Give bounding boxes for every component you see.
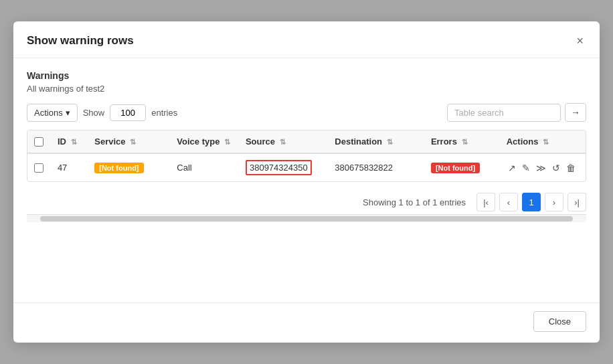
pagination-row: Showing 1 to 1 of 1 entries |‹ ‹ 1 › ›| — [27, 189, 586, 214]
actions-sort-icon: ⇅ — [543, 138, 549, 147]
modal-title: Show warning rows — [27, 34, 134, 48]
th-errors[interactable]: Errors ⇅ — [424, 130, 500, 153]
service-badge: [Not found] — [94, 163, 143, 173]
td-service: [Not found] — [88, 153, 170, 181]
td-source: 380974324350 — [239, 153, 328, 181]
prev-page-button[interactable]: ‹ — [499, 193, 518, 211]
section-title: Warnings — [27, 70, 586, 81]
modal-footer: Close — [13, 302, 600, 343]
source-sort-icon: ⇅ — [280, 138, 286, 147]
first-page-icon: |‹ — [483, 197, 489, 207]
service-sort-icon: ⇅ — [130, 138, 136, 147]
td-checkbox — [27, 153, 51, 181]
toolbar-right: → — [447, 103, 586, 122]
export-icon: → — [571, 107, 580, 118]
table-row: 47 [Not found] Call 380974324350 — [27, 153, 586, 181]
th-voice-type[interactable]: Voice type ⇅ — [170, 130, 239, 153]
row-checkbox[interactable] — [34, 163, 43, 173]
edit-button[interactable]: ✎ — [521, 161, 531, 175]
row-id: 47 — [58, 163, 67, 173]
modal-close-button[interactable]: × — [574, 33, 586, 48]
scrollbar-thumb[interactable] — [40, 216, 573, 221]
horizontal-scrollbar[interactable] — [27, 214, 586, 222]
source-value: 380974324350 — [246, 160, 312, 175]
td-destination: 380675832822 — [328, 153, 424, 181]
current-page-button[interactable]: 1 — [522, 193, 541, 211]
first-page-button[interactable]: |‹ — [476, 193, 495, 211]
id-sort-icon: ⇅ — [71, 138, 77, 147]
show-label: Show — [83, 108, 105, 118]
warnings-table: ID ⇅ Service ⇅ Voice type ⇅ — [27, 130, 586, 181]
td-errors: [Not found] — [424, 153, 500, 181]
td-actions: ↗ ✎ ≫ ↺ 🗑 — [500, 153, 586, 181]
modal-overlay: Show warning rows × Warnings All warning… — [0, 0, 613, 364]
modal: Show warning rows × Warnings All warning… — [13, 21, 600, 343]
close-button[interactable]: Close — [533, 311, 586, 332]
next-page-icon: › — [553, 197, 555, 207]
th-id[interactable]: ID ⇅ — [51, 130, 88, 153]
table-header-row: ID ⇅ Service ⇅ Voice type ⇅ — [27, 130, 586, 153]
th-service[interactable]: Service ⇅ — [88, 130, 170, 153]
search-input[interactable] — [447, 104, 561, 122]
pagination-info: Showing 1 to 1 of 1 entries — [363, 197, 466, 207]
destination-sort-icon: ⇅ — [387, 138, 393, 147]
th-source[interactable]: Source ⇅ — [239, 130, 328, 153]
actions-label: Actions — [34, 108, 63, 118]
errors-sort-icon: ⇅ — [462, 138, 468, 147]
last-page-button[interactable]: ›| — [567, 193, 586, 211]
refresh-button[interactable]: ↺ — [551, 161, 561, 175]
voice-sort-icon: ⇅ — [224, 138, 230, 147]
modal-body: Warnings All warnings of test2 Actions ▾… — [13, 58, 600, 302]
last-page-icon: ›| — [574, 197, 580, 207]
prev-page-icon: ‹ — [507, 197, 510, 207]
delete-button[interactable]: 🗑 — [565, 161, 577, 175]
open-button[interactable]: ↗ — [507, 161, 517, 175]
entries-label: entries — [151, 108, 177, 118]
chevron-down-icon: ▾ — [66, 108, 70, 118]
td-voice-type: Call — [170, 153, 239, 181]
row-voice-type: Call — [177, 163, 191, 173]
next-page-button[interactable]: › — [545, 193, 563, 211]
toolbar-left: Actions ▾ Show entries — [27, 104, 177, 122]
forward-button[interactable]: ≫ — [535, 161, 547, 175]
toolbar: Actions ▾ Show entries → — [27, 103, 586, 122]
table-wrap: ID ⇅ Service ⇅ Voice type ⇅ — [27, 130, 586, 182]
row-destination: 380675832822 — [335, 163, 393, 173]
section-subtitle: All warnings of test2 — [27, 84, 586, 94]
entries-input[interactable] — [110, 104, 146, 121]
td-id: 47 — [51, 153, 88, 181]
th-checkbox — [27, 130, 51, 153]
row-actions: ↗ ✎ ≫ ↺ 🗑 — [507, 161, 579, 175]
actions-button[interactable]: Actions ▾ — [27, 104, 78, 122]
select-all-checkbox[interactable] — [34, 137, 43, 147]
modal-header: Show warning rows × — [13, 21, 600, 58]
errors-badge: [Not found] — [431, 163, 480, 173]
th-actions[interactable]: Actions ⇅ — [500, 130, 586, 153]
export-button[interactable]: → — [565, 103, 586, 122]
th-destination[interactable]: Destination ⇅ — [328, 130, 424, 153]
